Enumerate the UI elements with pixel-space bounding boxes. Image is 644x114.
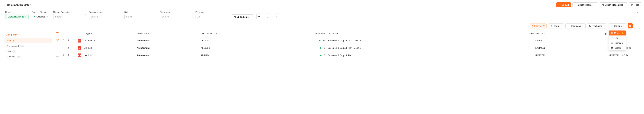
number-search-input[interactable] [53, 14, 86, 19]
trash-icon [611, 47, 613, 49]
revision-header[interactable]: Revision ▾ [277, 30, 326, 37]
cell-revision: C [277, 44, 326, 52]
svg-point-6 [632, 5, 632, 6]
cell-type: As Built [83, 44, 136, 52]
settings-filter-button[interactable] [256, 14, 262, 19]
table-row[interactable]: PDF As Built Architectural AB51100 B Bas… [54, 52, 641, 59]
options-dropdown: Merge 👆 Edit Compare Delete [609, 30, 626, 51]
download-icon [568, 25, 570, 27]
help-button[interactable]: Help [629, 3, 641, 7]
row-checkbox[interactable] [56, 54, 59, 57]
select-all-checkbox[interactable] [56, 32, 59, 35]
share-button[interactable]: Share [548, 24, 564, 29]
doctype-label: Document type [89, 11, 121, 13]
selection-toolbar: 2 Selected ✕ Share Download Packages Opt… [3, 23, 641, 29]
cell-docno: AB51100 [199, 52, 277, 59]
packages-filter-label: Packages [196, 11, 228, 13]
register-status-dropdown[interactable]: Accepted [32, 14, 50, 19]
edit-option[interactable]: Edit [609, 36, 626, 40]
sidebar-item-view-all[interactable]: View All [4, 38, 52, 43]
filter-bar: Revisions Latest Revisions Register Stat… [3, 9, 641, 21]
cell-description: Basement 1 Carpark Plan - Zone B [326, 44, 471, 52]
status-select[interactable] [124, 14, 157, 19]
cell-uploaded-date: 19/07/2022 [547, 52, 621, 59]
docno-header[interactable]: ↑ Document No. ▾ [199, 30, 277, 37]
svg-point-42 [63, 54, 64, 56]
upload-button[interactable]: Upload [556, 3, 571, 7]
search-icon[interactable] [62, 39, 65, 42]
cell-discipline: Architectural [136, 52, 200, 59]
cell-revision-date: 19/07/2022 [471, 37, 547, 44]
collapse-filter-icon[interactable]: ⌃ [637, 12, 639, 14]
svg-point-19 [552, 25, 552, 26]
sidebar-item-architectural[interactable]: Architectural4 [4, 43, 52, 49]
export-transmittal-button[interactable]: Export Transmittal [599, 3, 628, 7]
sidebar-item-label: Electrical [6, 55, 16, 58]
search-icon[interactable] [62, 46, 65, 49]
svg-rect-7 [234, 16, 235, 18]
list-icon [629, 25, 632, 27]
disciplines-search-input[interactable] [160, 14, 192, 19]
status-dot-icon [320, 47, 322, 49]
discipline-header[interactable]: ↑ Discipline ▾ [136, 30, 200, 37]
type-header[interactable]: ↑ Type ▾ [83, 30, 136, 37]
refresh-button[interactable] [265, 14, 271, 19]
reset-icon [276, 15, 278, 18]
delete-option[interactable]: Delete [609, 45, 626, 50]
cell-discipline: Architectural [136, 44, 200, 52]
svg-line-41 [64, 48, 64, 49]
options-icon [610, 25, 613, 27]
panel-view-toggle[interactable] [634, 23, 640, 29]
sidebar-item-civil[interactable]: Civil1 [4, 49, 52, 54]
svg-point-40 [63, 47, 64, 48]
cell-discipline: Architectural [136, 37, 200, 44]
sidebar-title: Disciplines [4, 32, 52, 37]
revision-date-header[interactable]: ↓ Revision Date ▾ [471, 30, 547, 37]
documents-table: ↑ Type ▾ ↑ Discipline ▾ ↑ Document No. ▾… [54, 30, 641, 59]
sidebar-item-label: Architectural [6, 45, 19, 47]
pdf-icon: PDF [78, 53, 81, 57]
cell-revision: B [277, 52, 326, 59]
reset-button[interactable] [274, 14, 280, 19]
table-row[interactable]: PDF Addendum Architectural AB1100a A2 Ba… [54, 37, 641, 44]
sidebar-item-electrical[interactable]: Electrical4 [4, 54, 52, 59]
upload-date-filter[interactable]: Upload date [231, 14, 253, 19]
sidebar-item-label: Civil [6, 50, 11, 53]
packages-select[interactable] [196, 14, 228, 19]
sliders-icon [258, 15, 260, 18]
row-checkbox[interactable] [56, 47, 59, 49]
compare-option[interactable]: Compare [609, 40, 626, 45]
download-row-icon[interactable] [67, 39, 70, 42]
merge-option[interactable]: Merge 👆 [609, 31, 626, 36]
clear-selection-icon[interactable]: ✕ [543, 25, 545, 27]
svg-point-24 [612, 26, 612, 26]
description-header[interactable]: Description [326, 30, 471, 37]
revisions-dropdown[interactable]: Latest Revisions [5, 14, 28, 19]
cursor-icon: 👆 [622, 32, 624, 34]
sidebar: Disciplines View AllArchitectural4Civil1… [3, 30, 54, 61]
cell-revision-date: 29/11/2022 [471, 44, 547, 52]
number-label: Number / description [53, 11, 86, 13]
packages-button[interactable]: Packages [587, 24, 607, 29]
share-icon [550, 25, 553, 27]
upload-icon [558, 4, 561, 6]
selected-count-pill[interactable]: 2 Selected ✕ [530, 24, 546, 29]
svg-line-21 [551, 25, 552, 26]
table-row[interactable]: PDF As Built Architectural AB1100-1 C Ba… [54, 44, 641, 52]
download-row-icon[interactable] [67, 46, 70, 49]
list-view-toggle[interactable] [628, 23, 633, 29]
header: Document Register Upload Export Register… [3, 3, 641, 7]
svg-rect-36 [611, 42, 612, 44]
export-icon [574, 4, 577, 6]
download-row-icon[interactable] [67, 54, 70, 56]
export-register-button[interactable]: Export Register [572, 3, 598, 7]
svg-point-38 [63, 40, 64, 41]
search-icon[interactable] [62, 54, 65, 56]
cell-docno: AB1100-1 [199, 44, 277, 52]
row-checkbox[interactable] [56, 39, 59, 42]
download-button[interactable]: Download [566, 24, 586, 29]
panel-icon [636, 25, 638, 27]
options-button[interactable]: Options [608, 24, 626, 29]
doctype-search-input[interactable] [89, 14, 121, 19]
status-dot-icon [34, 16, 35, 17]
